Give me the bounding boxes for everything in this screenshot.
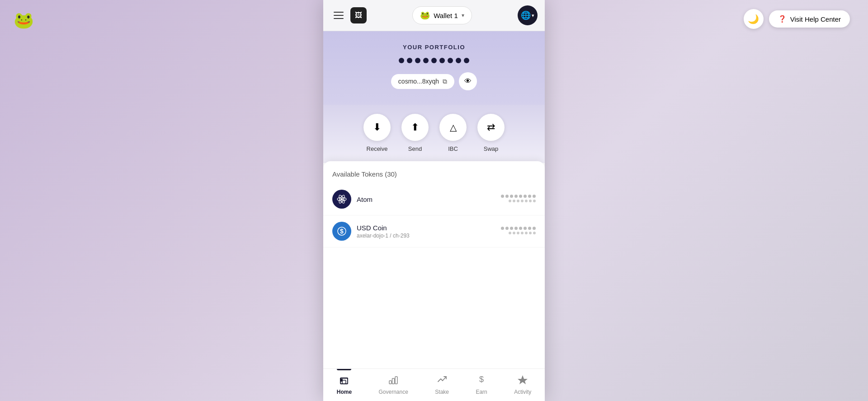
send-button[interactable]: ⬆	[401, 114, 429, 141]
menu-bar-2	[334, 15, 344, 16]
token-item-atom[interactable]: Atom	[323, 183, 545, 215]
token-item-usdc[interactable]: $ USD Coin axelar-dojo-1 / ch-293	[323, 215, 545, 247]
send-icon: ⬆	[411, 121, 419, 133]
copy-address-button[interactable]: ⧉	[443, 78, 447, 85]
svg-text:$: $	[340, 228, 344, 235]
nav-governance[interactable]: Governance	[373, 373, 414, 399]
token-left-atom: Atom	[332, 190, 373, 209]
menu-button[interactable]	[330, 7, 347, 23]
nav-earn[interactable]: $ Earn	[470, 373, 492, 399]
usdc-value-dots	[501, 232, 536, 234]
atom-info: Atom	[357, 196, 373, 203]
menu-bar-3	[334, 18, 344, 19]
svg-rect-11	[389, 381, 392, 384]
receive-icon: ⬇	[373, 121, 381, 133]
eye-icon: 👁	[464, 77, 472, 85]
earn-label: Earn	[476, 389, 487, 395]
usdc-info: USD Coin axelar-dojo-1 / ch-293	[357, 224, 410, 239]
usdc-amount-dots	[501, 227, 536, 230]
svg-rect-10	[340, 378, 348, 379]
wallet-dropdown-arrow: ▾	[462, 12, 464, 19]
amount-dot-2	[407, 58, 412, 63]
atom-amount	[501, 195, 536, 204]
ibc-action[interactable]: △ IBC	[439, 114, 467, 152]
svg-text:$: $	[479, 375, 484, 384]
earn-icon: $	[476, 374, 486, 387]
bottom-nav: Home Governance Stake	[323, 368, 545, 401]
nav-left: 🖼	[330, 7, 367, 23]
swap-label: Swap	[484, 145, 499, 152]
svg-rect-9	[340, 379, 343, 382]
wallet-name: Wallet 1	[434, 12, 458, 19]
amount-dot-9	[464, 58, 469, 63]
amount-dot-1	[399, 58, 404, 63]
amount-dot-7	[448, 58, 453, 63]
globe-dropdown-arrow: ▾	[532, 13, 534, 19]
nav-home[interactable]: Home	[331, 373, 357, 399]
wallet-container: 🖼 🐸 Wallet 1 ▾ 🌐 ▾ YOUR PORTFOLIO	[323, 0, 545, 401]
amount-dot-6	[439, 58, 445, 63]
image-button[interactable]: 🖼	[350, 7, 367, 23]
amount-dot-3	[415, 58, 420, 63]
atom-name: Atom	[357, 196, 373, 203]
usdc-amount	[501, 227, 536, 236]
svg-rect-8	[342, 380, 346, 384]
svg-point-0	[341, 198, 343, 200]
activity-icon	[518, 374, 528, 387]
top-nav: 🖼 🐸 Wallet 1 ▾ 🌐 ▾	[323, 0, 545, 31]
usdc-subtitle: axelar-dojo-1 / ch-293	[357, 233, 410, 239]
activity-label: Activity	[514, 389, 531, 395]
help-center-button[interactable]: ❓ Visit Help Center	[769, 10, 850, 28]
swap-button[interactable]: ⇄	[477, 114, 505, 141]
home-label: Home	[337, 389, 352, 395]
wallet-selector-button[interactable]: 🐸 Wallet 1 ▾	[412, 6, 472, 24]
ibc-button[interactable]: △	[439, 114, 467, 141]
usdc-name: USD Coin	[357, 224, 410, 232]
question-icon: ❓	[778, 15, 787, 23]
toggle-visibility-button[interactable]: 👁	[459, 72, 477, 90]
portfolio-label: YOUR PORTFOLIO	[332, 44, 536, 51]
dark-mode-button[interactable]: 🌙	[744, 9, 764, 29]
nav-activity[interactable]: Activity	[509, 373, 537, 399]
address-row: cosmo...8xyqh ⧉ 👁	[332, 72, 536, 90]
send-action[interactable]: ⬆ Send	[401, 114, 429, 152]
governance-icon	[388, 374, 398, 387]
stake-label: Stake	[435, 389, 449, 395]
receive-button[interactable]: ⬇	[363, 114, 391, 141]
ibc-icon: △	[450, 122, 457, 133]
svg-rect-13	[395, 377, 397, 384]
tokens-section: Available Tokens (30) Atom	[323, 161, 545, 368]
menu-bar-1	[334, 12, 344, 13]
frog-logo: 🐸	[14, 11, 34, 30]
address-pill: cosmo...8xyqh ⧉	[391, 74, 454, 89]
home-icon	[339, 374, 349, 387]
receive-action[interactable]: ⬇ Receive	[363, 114, 391, 152]
governance-label: Governance	[379, 389, 408, 395]
swap-icon: ⇄	[487, 121, 495, 133]
address-text: cosmo...8xyqh	[398, 78, 439, 85]
svg-marker-15	[518, 375, 528, 384]
tokens-header: Available Tokens (30)	[323, 161, 545, 183]
wallet-frog-icon: 🐸	[420, 10, 430, 20]
amount-dot-8	[456, 58, 461, 63]
help-label: Visit Help Center	[790, 15, 841, 23]
portfolio-section: YOUR PORTFOLIO cosmo...8xyqh ⧉ 👁	[323, 31, 545, 105]
moon-icon: 🌙	[748, 14, 759, 24]
swap-action[interactable]: ⇄ Swap	[477, 114, 505, 152]
atom-amount-dots	[501, 195, 536, 198]
svg-rect-12	[392, 378, 395, 384]
usdc-icon: $	[332, 222, 351, 241]
globe-icon: 🌐	[521, 10, 531, 20]
send-label: Send	[408, 145, 422, 152]
receive-label: Receive	[367, 145, 388, 152]
action-buttons: ⬇ Receive ⬆ Send △ IBC ⇄ Swap	[323, 105, 545, 163]
stake-icon	[437, 374, 447, 387]
image-icon: 🖼	[355, 11, 362, 19]
amount-dot-4	[423, 58, 429, 63]
globe-button[interactable]: 🌐 ▾	[518, 5, 538, 25]
portfolio-amount-dots	[332, 58, 536, 63]
atom-value-dots	[501, 200, 536, 202]
amount-dot-5	[431, 58, 437, 63]
token-left-usdc: $ USD Coin axelar-dojo-1 / ch-293	[332, 222, 410, 241]
nav-stake[interactable]: Stake	[429, 373, 454, 399]
